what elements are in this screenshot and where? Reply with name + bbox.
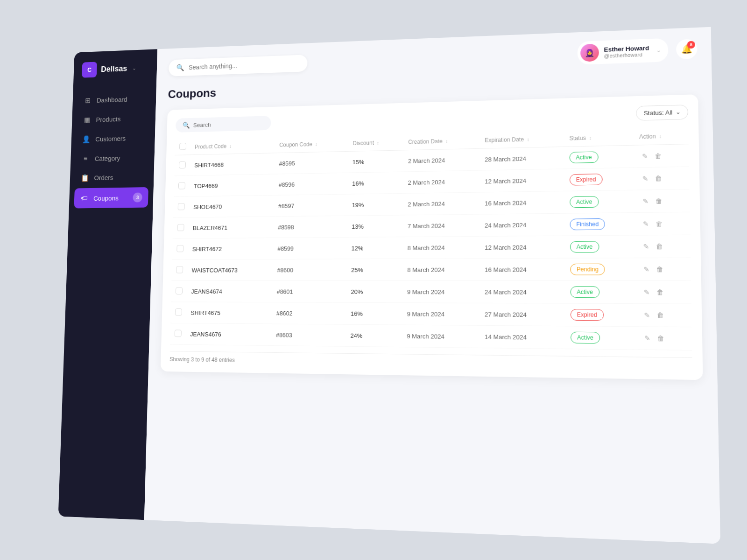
- edit-button-6[interactable]: ✎: [641, 286, 652, 299]
- cell-expiration-date: 28 March 2024: [480, 147, 564, 170]
- row-checkbox-2[interactable]: [178, 203, 185, 210]
- user-text: Esther Howard @estherhoward: [604, 44, 649, 59]
- delete-button-4[interactable]: 🗑: [654, 240, 666, 252]
- global-search[interactable]: 🔍: [169, 55, 308, 77]
- table-search-input[interactable]: [193, 120, 264, 128]
- table-search-icon: 🔍: [183, 122, 190, 129]
- row-checkbox-3[interactable]: [177, 224, 184, 231]
- cell-creation-date: 9 March 2024: [402, 325, 480, 348]
- search-icon: 🔍: [176, 63, 184, 71]
- cell-product-code: WAISTCOAT4673: [187, 259, 273, 280]
- coupons-table-card: 🔍 Status: All ⌄ Product Code: [161, 94, 703, 380]
- cell-status: Active: [564, 145, 634, 169]
- orders-icon: 📋: [81, 174, 89, 182]
- delete-button-8[interactable]: 🗑: [655, 332, 667, 345]
- sort-icon-product-code[interactable]: ↕: [229, 144, 232, 149]
- edit-button-3[interactable]: ✎: [640, 217, 651, 230]
- row-checkbox-1[interactable]: [178, 182, 185, 189]
- content-area: Coupons 🔍 Status: All ⌄: [144, 70, 720, 544]
- cell-discount: 24%: [345, 324, 402, 347]
- cell-status: Expired: [564, 168, 634, 191]
- status-filter[interactable]: Status: All ⌄: [636, 105, 688, 121]
- cell-action: ✎ 🗑: [635, 212, 690, 235]
- user-chevron-icon: ⌄: [656, 47, 661, 53]
- cell-status: Pending: [565, 258, 636, 281]
- edit-button-8[interactable]: ✎: [641, 332, 653, 345]
- table-row: JEANS4674 #8601 20% 9 March 2024 24 Marc…: [171, 280, 691, 304]
- cell-product-code: JEANS4674: [187, 280, 273, 302]
- status-filter-label: Status: All: [643, 109, 672, 117]
- cell-expiration-date: 14 March 2024: [480, 325, 566, 349]
- products-icon: ▦: [83, 116, 91, 124]
- cell-expiration-date: 16 March 2024: [480, 191, 565, 214]
- sort-icon-discount[interactable]: ↕: [377, 140, 379, 146]
- cell-creation-date: 7 March 2024: [403, 214, 480, 237]
- status-filter-chevron-icon: ⌄: [676, 109, 681, 116]
- cell-product-code: SHIRT4668: [190, 153, 275, 175]
- edit-button-7[interactable]: ✎: [641, 309, 653, 322]
- notification-button[interactable]: 🔔 8: [676, 39, 698, 59]
- cell-action: ✎ 🗑: [636, 304, 692, 327]
- cell-creation-date: 8 March 2024: [402, 259, 480, 281]
- cell-expiration-date: 12 March 2024: [480, 236, 565, 259]
- cell-discount: 19%: [347, 193, 403, 216]
- edit-button-1[interactable]: ✎: [640, 172, 651, 185]
- cell-status: Expired: [565, 303, 636, 327]
- col-product-code: Product Code ↕: [190, 137, 275, 155]
- cell-product-code: SHIRT4675: [186, 302, 272, 324]
- table-row: WAISTCOAT4673 #8600 25% 8 March 2024 16 …: [171, 258, 691, 280]
- sort-icon-coupon-code[interactable]: ↕: [315, 142, 317, 147]
- cell-expiration-date: 24 March 2024: [480, 213, 565, 236]
- select-all-checkbox[interactable]: [179, 143, 186, 150]
- sidebar-item-customers[interactable]: 👤 Customers: [76, 128, 150, 149]
- cell-status: Finished: [565, 213, 635, 236]
- delete-button-7[interactable]: 🗑: [655, 309, 667, 322]
- sidebar-item-label: Products: [96, 115, 120, 123]
- row-checkbox-6[interactable]: [176, 287, 183, 294]
- cell-creation-date: 9 March 2024: [402, 303, 479, 326]
- cell-product-code: BLAZER4671: [188, 217, 274, 238]
- cell-coupon-code: #8600: [273, 259, 347, 281]
- category-icon: ≡: [81, 154, 90, 162]
- brand-name: Delisas: [101, 64, 127, 74]
- sidebar: C Delisas ⌄ ⊞ Dashboard ▦ Products 👤 Cus…: [58, 49, 158, 520]
- cell-creation-date: 2 March 2024: [403, 148, 480, 172]
- delete-button-6[interactable]: 🗑: [654, 286, 667, 299]
- cell-discount: 20%: [346, 280, 403, 302]
- sidebar-item-dashboard[interactable]: ⊞ Dashboard: [78, 89, 151, 110]
- status-badge: Active: [571, 332, 600, 344]
- status-badge: Expired: [570, 174, 602, 186]
- delete-button-1[interactable]: 🗑: [653, 172, 665, 185]
- row-checkbox-7[interactable]: [175, 308, 182, 315]
- table-row: JEANS4676 #8603 24% 9 March 2024 14 Marc…: [170, 323, 692, 350]
- sidebar-item-category[interactable]: ≡ Category: [75, 148, 149, 168]
- edit-button-5[interactable]: ✎: [641, 263, 652, 276]
- sort-icon-creation-date[interactable]: ↕: [445, 139, 448, 144]
- cell-product-code: SHOE4670: [189, 195, 274, 217]
- edit-button-0[interactable]: ✎: [640, 150, 651, 162]
- sidebar-item-coupons[interactable]: 🏷 Coupons 3: [74, 187, 148, 209]
- edit-button-2[interactable]: ✎: [640, 195, 651, 208]
- delete-button-2[interactable]: 🗑: [653, 195, 665, 207]
- sort-icon-expiration-date[interactable]: ↕: [527, 137, 529, 142]
- delete-button-0[interactable]: 🗑: [652, 150, 664, 162]
- sort-icon-action[interactable]: ↕: [659, 133, 662, 139]
- sidebar-item-products[interactable]: ▦ Products: [77, 109, 150, 129]
- sort-icon-status[interactable]: ↕: [589, 135, 592, 140]
- edit-button-4[interactable]: ✎: [641, 240, 652, 253]
- row-checkbox-4[interactable]: [176, 245, 183, 252]
- global-search-input[interactable]: [189, 60, 300, 71]
- delete-button-5[interactable]: 🗑: [654, 263, 666, 275]
- delete-button-3[interactable]: 🗑: [653, 217, 665, 230]
- row-checkbox-8[interactable]: [175, 329, 182, 337]
- sidebar-item-orders[interactable]: 📋 Orders: [75, 168, 149, 188]
- row-checkbox-5[interactable]: [176, 266, 183, 273]
- cell-expiration-date: 12 March 2024: [480, 169, 565, 192]
- user-info[interactable]: 🧕 Esther Howard @estherhoward ⌄: [578, 38, 668, 65]
- row-checkbox-0[interactable]: [179, 161, 186, 168]
- sidebar-item-label: Orders: [94, 174, 113, 182]
- main-content: 🔍 🧕 Esther Howard @estherhoward ⌄ 🔔 8: [144, 27, 720, 544]
- cell-creation-date: 2 March 2024: [403, 192, 480, 215]
- topbar-right: 🧕 Esther Howard @estherhoward ⌄ 🔔 8: [578, 37, 698, 65]
- table-search[interactable]: 🔍: [176, 116, 271, 133]
